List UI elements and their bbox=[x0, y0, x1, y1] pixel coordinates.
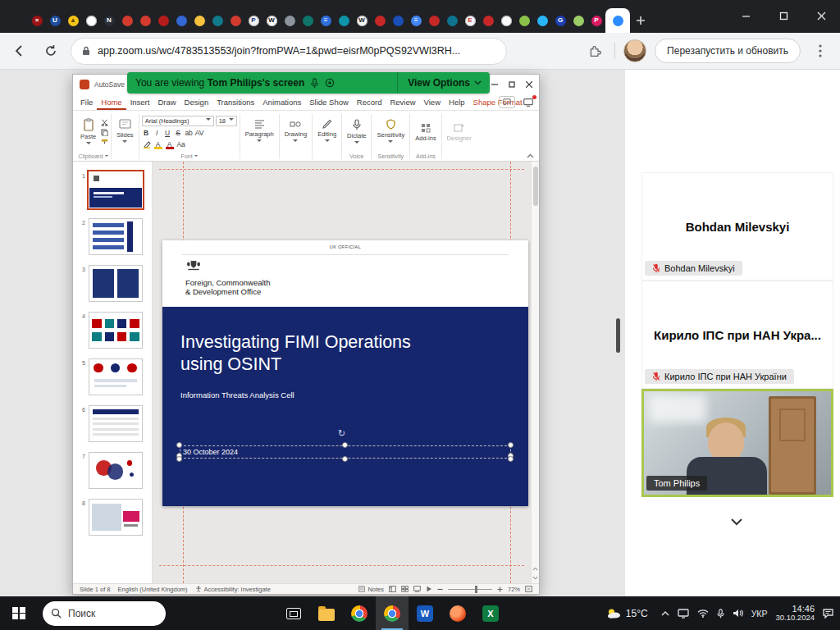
extensions-icon[interactable] bbox=[583, 39, 606, 62]
scrollbar-thumb[interactable] bbox=[533, 167, 538, 206]
browser-menu-icon[interactable] bbox=[809, 39, 832, 62]
new-tab-button[interactable] bbox=[630, 8, 651, 33]
browser-tab[interactable]: W bbox=[353, 8, 371, 33]
cut-button[interactable] bbox=[101, 119, 108, 126]
fit-slide-button[interactable] bbox=[525, 586, 532, 592]
selection-handle[interactable] bbox=[176, 456, 182, 462]
browser-tab[interactable] bbox=[226, 8, 244, 33]
language-label[interactable]: English (United Kingdom) bbox=[118, 586, 188, 593]
collapse-ribbon-icon[interactable] bbox=[524, 151, 536, 161]
copy-button[interactable] bbox=[101, 129, 108, 136]
browser-tab[interactable] bbox=[443, 8, 461, 33]
browser-tab[interactable] bbox=[389, 8, 407, 33]
dictate-button[interactable]: Dictate bbox=[345, 112, 368, 152]
selection-handle[interactable] bbox=[508, 456, 514, 462]
task-view-taskbar-icon[interactable] bbox=[277, 596, 310, 630]
thumbnail-preview[interactable] bbox=[89, 358, 143, 395]
participant-tile[interactable]: Кирило ІПС при НАН Укра... Кирило ІПС пр… bbox=[641, 281, 833, 389]
file-explorer-taskbar-icon[interactable] bbox=[310, 596, 343, 630]
browser-tab[interactable] bbox=[281, 8, 299, 33]
zoom-slider[interactable] bbox=[448, 589, 492, 590]
designer-button[interactable]: Designer bbox=[445, 112, 474, 152]
browser-tab[interactable] bbox=[371, 8, 389, 33]
ppt-maximize-button[interactable] bbox=[509, 81, 515, 88]
selection-handle[interactable] bbox=[342, 456, 348, 462]
font-size-combo[interactable]: 18 bbox=[216, 116, 237, 126]
word-taskbar-icon[interactable]: W bbox=[409, 596, 441, 630]
notes-button[interactable]: Notes bbox=[358, 586, 384, 593]
zoom-in-button[interactable] bbox=[497, 587, 503, 592]
browser-tab[interactable]: × bbox=[28, 8, 46, 33]
browser-tab[interactable] bbox=[515, 8, 533, 33]
font-style-button-b[interactable]: B bbox=[142, 128, 151, 138]
ribbon-tab-slide-show[interactable]: Slide Show bbox=[305, 94, 353, 110]
browser-tab[interactable] bbox=[335, 8, 353, 33]
ppt-close-button[interactable] bbox=[526, 81, 532, 88]
browser-tab[interactable]: G bbox=[551, 8, 569, 33]
ribbon-tab-insert[interactable]: Insert bbox=[126, 94, 154, 110]
window-maximize-button[interactable] bbox=[765, 0, 802, 31]
reload-button[interactable] bbox=[39, 39, 62, 62]
paste-button[interactable]: Paste bbox=[78, 112, 98, 152]
search-input[interactable] bbox=[68, 608, 150, 619]
browser-tab-active[interactable] bbox=[605, 8, 630, 33]
profile-avatar[interactable] bbox=[623, 39, 646, 62]
browser-tab[interactable] bbox=[425, 8, 443, 33]
browser-tab[interactable] bbox=[118, 8, 136, 33]
thumbnail-preview[interactable] bbox=[89, 452, 143, 489]
font-style-button-i[interactable]: I bbox=[153, 128, 162, 138]
weather-widget[interactable]: 15°C bbox=[606, 607, 648, 619]
font-style-button-u[interactable]: U bbox=[163, 128, 172, 138]
browser-tab[interactable] bbox=[497, 8, 515, 33]
browser-tab[interactable]: ≡ bbox=[317, 8, 335, 33]
browser-tab[interactable]: P bbox=[587, 8, 605, 33]
slide-thumbnail-7[interactable]: 7 bbox=[73, 452, 152, 489]
action-center-icon[interactable] bbox=[823, 609, 833, 619]
more-participants-button[interactable] bbox=[725, 513, 748, 531]
thumbnail-preview[interactable] bbox=[89, 499, 143, 536]
ribbon-tab-record[interactable]: Record bbox=[353, 94, 386, 110]
browser-tab[interactable]: U bbox=[46, 8, 64, 33]
browser-tab[interactable]: Е bbox=[461, 8, 479, 33]
ppt-minimize-button[interactable] bbox=[491, 81, 498, 88]
tray-expand-icon[interactable] bbox=[661, 611, 669, 616]
participant-tile[interactable]: Bohdan Milevskyi Bohdan Milevskyi bbox=[641, 172, 833, 281]
ribbon-tab-draw[interactable]: Draw bbox=[153, 94, 180, 110]
chrome-2-taskbar-icon[interactable] bbox=[376, 596, 409, 630]
ribbon-tab-review[interactable]: Review bbox=[386, 94, 419, 110]
browser-tab[interactable]: W bbox=[262, 8, 281, 33]
reading-view-button[interactable] bbox=[413, 586, 421, 592]
slide-thumbnail-2[interactable]: 2 bbox=[73, 218, 152, 255]
font-color-button[interactable]: A bbox=[153, 139, 163, 149]
ppt-vertical-scrollbar[interactable] bbox=[531, 162, 539, 583]
network-icon[interactable] bbox=[697, 609, 709, 618]
ribbon-tab-home[interactable]: Home bbox=[97, 94, 126, 110]
accessibility-status[interactable]: Accessibility: Investigate bbox=[195, 586, 271, 593]
browser-tab[interactable] bbox=[172, 8, 190, 33]
browser-tab[interactable] bbox=[208, 8, 226, 33]
normal-view-button[interactable] bbox=[389, 586, 396, 592]
browser-tab[interactable] bbox=[299, 8, 317, 33]
slide-canvas[interactable]: UK OFFICIAL Foreign, Commonwealth & Deve… bbox=[153, 162, 531, 583]
next-slide-button[interactable] bbox=[532, 576, 538, 580]
thumbnail-preview[interactable] bbox=[89, 171, 143, 208]
browser-tab[interactable] bbox=[569, 8, 587, 33]
font-style-button-ab[interactable]: ab bbox=[185, 128, 194, 138]
font-name-combo[interactable]: Arial (Headings) bbox=[142, 116, 214, 126]
taskbar-clock[interactable]: 14:46 30.10.2024 bbox=[775, 604, 815, 623]
new-slide-button[interactable]: Slides bbox=[114, 112, 135, 152]
ribbon-tab-file[interactable]: File bbox=[76, 94, 97, 110]
slide-thumbnail-5[interactable]: 5 bbox=[73, 358, 152, 395]
slide-thumbnail-6[interactable]: 6 bbox=[73, 405, 152, 442]
browser-tab[interactable] bbox=[82, 8, 100, 33]
rotate-handle-icon[interactable]: ↻ bbox=[338, 428, 345, 439]
window-minimize-button[interactable] bbox=[727, 0, 765, 31]
chrome-taskbar-icon[interactable] bbox=[343, 596, 376, 630]
drawing-button[interactable]: Drawing bbox=[282, 112, 310, 152]
mic-icon[interactable] bbox=[717, 609, 724, 619]
browser-tab[interactable] bbox=[190, 8, 208, 33]
browser-tab[interactable] bbox=[533, 8, 551, 33]
present-button[interactable] bbox=[522, 97, 535, 108]
thumbnail-preview[interactable] bbox=[89, 312, 143, 349]
browser-tab[interactable]: ▲ bbox=[64, 8, 82, 33]
